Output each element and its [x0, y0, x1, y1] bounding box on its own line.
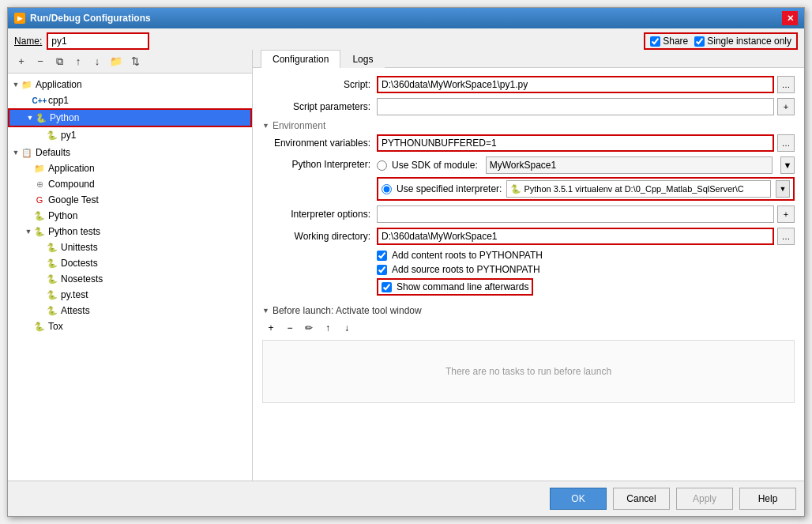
- interp-options-btn[interactable]: +: [777, 205, 795, 223]
- tree-item-googletest[interactable]: G Google Test: [8, 192, 252, 208]
- dialog-title: Run/Debug Configurations: [30, 13, 151, 24]
- tree-item-defaults[interactable]: ▼ 📋 Defaults: [8, 145, 252, 160]
- use-specified-radio[interactable]: [382, 184, 392, 194]
- ok-button[interactable]: OK: [550, 488, 607, 510]
- tree-item-python[interactable]: ▼ 🐍 Python: [8, 108, 252, 127]
- close-button[interactable]: ✕: [782, 11, 798, 25]
- tree-item-application[interactable]: ▼ 📁 Application: [8, 77, 252, 92]
- env-section-label: Environment: [273, 120, 325, 131]
- name-label: Name:: [14, 36, 42, 47]
- share-area: Share Single instance only: [644, 32, 798, 50]
- tree-item-python2[interactable]: 🐍 Python: [8, 208, 252, 224]
- script-input[interactable]: [377, 76, 774, 93]
- tree-item-pythontests[interactable]: ▼ 🐍 Python tests: [8, 224, 252, 239]
- env-vars-btn[interactable]: …: [777, 134, 795, 152]
- add-content-roots-row: Add content roots to PYTHONPATH: [377, 250, 795, 261]
- script-row: Script: …: [262, 76, 795, 93]
- add-source-roots-label: Add source roots to PYTHONPATH: [392, 264, 540, 275]
- launch-up-btn[interactable]: ↑: [319, 319, 336, 337]
- help-button[interactable]: Help: [739, 488, 796, 510]
- left-toolbar: + − ⧉ ↑ ↓ 📁 ⇅: [8, 50, 252, 74]
- config-tree[interactable]: ▼ 📁 Application C++ cpp1 ▼ 🐍 Python: [8, 74, 252, 481]
- remove-config-button[interactable]: −: [32, 53, 49, 70]
- working-dir-row: Working directory: …: [262, 228, 795, 245]
- script-label: Script:: [262, 79, 377, 90]
- script-params-row: Script parameters: +: [262, 98, 795, 115]
- use-sdk-label: Use SDK of module:: [392, 160, 478, 171]
- use-sdk-radio[interactable]: [377, 160, 387, 171]
- single-instance-text: Single instance only: [707, 36, 791, 47]
- interpreter-row: Python Interpreter: Use SDK of module: ▼: [262, 156, 795, 174]
- left-panel: + − ⧉ ↑ ↓ 📁 ⇅ ▼ 📁 Application: [8, 50, 253, 481]
- interp-options-row: Interpreter options: +: [262, 205, 795, 223]
- tree-item-pytest[interactable]: 🐍 py.test: [8, 287, 252, 303]
- add-source-roots-checkbox[interactable]: [377, 265, 387, 275]
- add-config-button[interactable]: +: [13, 53, 30, 70]
- tree-item-tox[interactable]: 🐍 Tox: [8, 319, 252, 334]
- share-checkbox-label[interactable]: Share: [650, 36, 688, 47]
- tree-item-unittests[interactable]: 🐍 Unittests: [8, 239, 252, 255]
- tree-item-doctests[interactable]: 🐍 Doctests: [8, 255, 252, 271]
- show-cmdline-label: Show command line afterwards: [397, 281, 528, 292]
- script-params-btn[interactable]: +: [777, 98, 795, 115]
- tree-item-application2[interactable]: 📁 Application: [8, 160, 252, 176]
- run-debug-dialog: ▶ Run/Debug Configurations ✕ Name: Share…: [7, 7, 805, 517]
- share-checkbox[interactable]: [650, 36, 660, 47]
- launch-edit-btn[interactable]: ✏: [300, 319, 318, 337]
- tree-item-compound[interactable]: ⊕ Compound: [8, 176, 252, 192]
- script-params-label: Script parameters:: [262, 101, 377, 112]
- move-down-button[interactable]: ↓: [88, 53, 106, 70]
- copy-config-button[interactable]: ⧉: [51, 53, 68, 70]
- show-cmdline-row: Show command line afterwards: [377, 278, 533, 296]
- dialog-icon: ▶: [14, 13, 25, 24]
- env-vars-row: Environment variables: …: [262, 134, 795, 152]
- sort-button[interactable]: ⇅: [126, 53, 144, 70]
- apply-button[interactable]: Apply: [676, 488, 733, 510]
- interpreter-input[interactable]: [506, 180, 771, 198]
- sdk-dropdown-btn[interactable]: ▼: [780, 156, 795, 174]
- add-source-roots-row: Add source roots to PYTHONPATH: [377, 264, 795, 275]
- show-cmdline-checkbox[interactable]: [382, 282, 392, 292]
- script-browse-button[interactable]: …: [777, 76, 795, 93]
- env-section-header[interactable]: ▼ Environment: [262, 120, 795, 131]
- launch-empty-area: There are no tasks to run before launch: [262, 340, 795, 403]
- launch-toolbar: + − ✏ ↑ ↓: [262, 319, 795, 337]
- specified-interp-row: Use specified interpreter: ▼: [377, 177, 795, 201]
- add-content-roots-checkbox[interactable]: [377, 251, 387, 261]
- move-up-button[interactable]: ↑: [70, 53, 87, 70]
- interpreter-label: Python Interpreter:: [262, 156, 377, 170]
- working-dir-input[interactable]: [377, 228, 774, 245]
- tab-logs[interactable]: Logs: [340, 50, 385, 68]
- title-bar: ▶ Run/Debug Configurations ✕: [8, 8, 804, 28]
- tree-item-cpp1[interactable]: C++ cpp1: [8, 92, 252, 108]
- before-launch-section: ▼ Before launch: Activate tool window + …: [262, 305, 795, 403]
- share-label: Share: [663, 36, 688, 47]
- launch-down-btn[interactable]: ↓: [338, 319, 355, 337]
- tree-item-attests[interactable]: 🐍 Attests: [8, 303, 252, 319]
- single-instance-label[interactable]: Single instance only: [694, 36, 791, 47]
- tabs-bar: Configuration Logs: [253, 50, 804, 68]
- tree-item-py1[interactable]: 🐍 py1: [8, 127, 252, 143]
- launch-remove-btn[interactable]: −: [281, 319, 299, 337]
- working-dir-btn[interactable]: …: [777, 228, 795, 245]
- interpreter-dropdown-btn[interactable]: ▼: [776, 180, 790, 198]
- no-tasks-text: There are no tasks to run before launch: [445, 366, 611, 377]
- env-vars-label: Environment variables:: [262, 138, 377, 149]
- launch-add-btn[interactable]: +: [262, 319, 280, 337]
- before-launch-label: Before launch: Activate tool window: [273, 305, 422, 316]
- bottom-bar: OK Cancel Apply Help: [8, 481, 804, 516]
- tree-item-nosetests[interactable]: 🐍 Nosetests: [8, 271, 252, 287]
- script-params-input[interactable]: [377, 98, 774, 115]
- interp-options-input[interactable]: [377, 205, 774, 223]
- env-vars-input[interactable]: [377, 134, 774, 152]
- cancel-button[interactable]: Cancel: [613, 488, 670, 510]
- add-content-roots-label: Add content roots to PYTHONPATH: [392, 250, 543, 261]
- single-instance-checkbox[interactable]: [694, 36, 705, 47]
- name-input[interactable]: [47, 32, 149, 50]
- working-dir-label: Working directory:: [262, 231, 377, 242]
- folder-button[interactable]: 📁: [107, 53, 125, 70]
- sdk-input[interactable]: [486, 156, 773, 174]
- config-panel: Script: … Script parameters: + ▼ Environ…: [253, 68, 804, 481]
- tab-configuration[interactable]: Configuration: [261, 50, 340, 68]
- right-panel: Configuration Logs Script: … Script para…: [253, 50, 804, 481]
